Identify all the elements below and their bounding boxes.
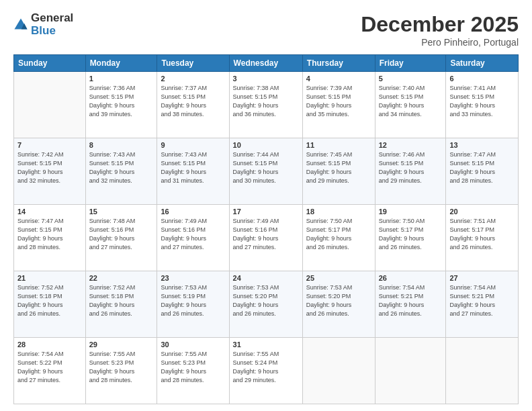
calendar-cell: 11 Sunrise: 7:45 AMSunset: 5:15 PMDaylig… [302, 138, 375, 205]
location-subtitle: Pero Pinheiro, Portugal [361, 37, 519, 48]
day-number: 3 [233, 75, 299, 83]
day-info: Sunrise: 7:41 AMSunset: 5:15 PMDaylight:… [449, 84, 515, 119]
calendar-cell: 6 Sunrise: 7:41 AMSunset: 5:15 PMDayligh… [446, 72, 519, 138]
calendar-body: 1 Sunrise: 7:36 AMSunset: 5:15 PMDayligh… [14, 72, 519, 404]
day-number: 16 [161, 208, 225, 216]
weekday-header-wednesday: Wednesday [229, 55, 302, 72]
day-info: Sunrise: 7:54 AMSunset: 5:21 PMDaylight:… [379, 283, 443, 318]
day-number: 17 [233, 208, 299, 216]
day-number: 31 [233, 340, 299, 349]
day-number: 6 [449, 75, 515, 83]
day-info: Sunrise: 7:39 AMSunset: 5:15 PMDaylight:… [306, 84, 371, 119]
day-info: Sunrise: 7:47 AMSunset: 5:15 PMDaylight:… [17, 217, 82, 252]
calendar-cell: 16 Sunrise: 7:49 AMSunset: 5:16 PMDaylig… [157, 205, 229, 271]
day-info: Sunrise: 7:47 AMSunset: 5:15 PMDaylight:… [449, 150, 515, 185]
day-number: 25 [306, 274, 371, 282]
day-info: Sunrise: 7:55 AMSunset: 5:23 PMDaylight:… [89, 350, 154, 385]
weekday-row: SundayMondayTuesdayWednesdayThursdayFrid… [14, 55, 519, 72]
calendar-cell: 7 Sunrise: 7:42 AMSunset: 5:15 PMDayligh… [14, 138, 86, 205]
calendar-cell: 5 Sunrise: 7:40 AMSunset: 5:15 PMDayligh… [375, 72, 446, 138]
day-number: 21 [17, 274, 82, 282]
calendar-cell: 8 Sunrise: 7:43 AMSunset: 5:15 PMDayligh… [85, 138, 157, 205]
day-info: Sunrise: 7:40 AMSunset: 5:15 PMDaylight:… [379, 84, 443, 119]
day-info: Sunrise: 7:48 AMSunset: 5:16 PMDaylight:… [89, 217, 154, 252]
calendar-cell: 3 Sunrise: 7:38 AMSunset: 5:15 PMDayligh… [229, 72, 302, 138]
day-info: Sunrise: 7:52 AMSunset: 5:18 PMDaylight:… [17, 283, 82, 318]
calendar-cell: 24 Sunrise: 7:53 AMSunset: 5:20 PMDaylig… [229, 271, 302, 338]
calendar-cell: 30 Sunrise: 7:55 AMSunset: 5:23 PMDaylig… [157, 338, 229, 404]
calendar-cell: 2 Sunrise: 7:37 AMSunset: 5:15 PMDayligh… [157, 72, 229, 138]
day-number: 9 [161, 141, 225, 149]
calendar-cell: 20 Sunrise: 7:51 AMSunset: 5:17 PMDaylig… [446, 205, 519, 271]
day-number: 29 [89, 340, 154, 349]
calendar-cell: 9 Sunrise: 7:43 AMSunset: 5:15 PMDayligh… [157, 138, 229, 205]
day-number: 28 [17, 340, 82, 349]
day-number: 7 [17, 141, 82, 149]
calendar-cell: 13 Sunrise: 7:47 AMSunset: 5:15 PMDaylig… [446, 138, 519, 205]
day-number: 19 [379, 208, 443, 216]
calendar-header: SundayMondayTuesdayWednesdayThursdayFrid… [14, 55, 519, 72]
day-info: Sunrise: 7:49 AMSunset: 5:16 PMDaylight:… [161, 217, 225, 252]
calendar-cell: 15 Sunrise: 7:48 AMSunset: 5:16 PMDaylig… [85, 205, 157, 271]
calendar-cell: 22 Sunrise: 7:52 AMSunset: 5:18 PMDaylig… [85, 271, 157, 338]
calendar-cell: 26 Sunrise: 7:54 AMSunset: 5:21 PMDaylig… [375, 271, 446, 338]
calendar-cell: 25 Sunrise: 7:53 AMSunset: 5:20 PMDaylig… [302, 271, 375, 338]
weekday-header-friday: Friday [375, 55, 446, 72]
weekday-header-tuesday: Tuesday [157, 55, 229, 72]
day-info: Sunrise: 7:44 AMSunset: 5:15 PMDaylight:… [233, 150, 299, 185]
calendar-week-1: 1 Sunrise: 7:36 AMSunset: 5:15 PMDayligh… [14, 72, 519, 138]
day-number: 14 [17, 208, 82, 216]
logo-icon [13, 17, 28, 32]
day-number: 5 [379, 75, 443, 83]
day-number: 10 [233, 141, 299, 149]
day-info: Sunrise: 7:42 AMSunset: 5:15 PMDaylight:… [17, 150, 82, 185]
day-info: Sunrise: 7:43 AMSunset: 5:15 PMDaylight:… [89, 150, 154, 185]
day-number: 26 [379, 274, 443, 282]
calendar-cell: 12 Sunrise: 7:46 AMSunset: 5:15 PMDaylig… [375, 138, 446, 205]
day-number: 27 [449, 274, 515, 282]
calendar-cell: 17 Sunrise: 7:49 AMSunset: 5:16 PMDaylig… [229, 205, 302, 271]
weekday-header-thursday: Thursday [302, 55, 375, 72]
calendar-cell [446, 338, 519, 404]
day-info: Sunrise: 7:54 AMSunset: 5:21 PMDaylight:… [449, 283, 515, 318]
day-info: Sunrise: 7:37 AMSunset: 5:15 PMDaylight:… [161, 84, 225, 119]
weekday-header-saturday: Saturday [446, 55, 519, 72]
logo-blue: Blue [31, 25, 73, 38]
calendar-cell: 4 Sunrise: 7:39 AMSunset: 5:15 PMDayligh… [302, 72, 375, 138]
calendar-week-4: 21 Sunrise: 7:52 AMSunset: 5:18 PMDaylig… [14, 271, 519, 338]
calendar-cell: 28 Sunrise: 7:54 AMSunset: 5:22 PMDaylig… [14, 338, 86, 404]
day-number: 12 [379, 141, 443, 149]
calendar-cell [375, 338, 446, 404]
header: General Blue December 2025 Pero Pinheiro… [13, 12, 519, 48]
day-info: Sunrise: 7:53 AMSunset: 5:20 PMDaylight:… [306, 283, 371, 318]
title-block: December 2025 Pero Pinheiro, Portugal [361, 12, 519, 48]
day-info: Sunrise: 7:46 AMSunset: 5:15 PMDaylight:… [379, 150, 443, 185]
calendar-cell: 18 Sunrise: 7:50 AMSunset: 5:17 PMDaylig… [302, 205, 375, 271]
weekday-header-monday: Monday [85, 55, 157, 72]
calendar-cell: 1 Sunrise: 7:36 AMSunset: 5:15 PMDayligh… [85, 72, 157, 138]
calendar-week-5: 28 Sunrise: 7:54 AMSunset: 5:22 PMDaylig… [14, 338, 519, 404]
day-number: 1 [89, 75, 154, 83]
day-number: 15 [89, 208, 154, 216]
weekday-header-sunday: Sunday [14, 55, 86, 72]
day-info: Sunrise: 7:38 AMSunset: 5:15 PMDaylight:… [233, 84, 299, 119]
day-number: 8 [89, 141, 154, 149]
day-info: Sunrise: 7:54 AMSunset: 5:22 PMDaylight:… [17, 350, 82, 385]
day-info: Sunrise: 7:49 AMSunset: 5:16 PMDaylight:… [233, 217, 299, 252]
calendar-cell [14, 72, 86, 138]
logo: General Blue [13, 12, 73, 37]
page: General Blue December 2025 Pero Pinheiro… [0, 0, 532, 411]
logo-general: General [31, 12, 73, 25]
day-number: 18 [306, 208, 371, 216]
calendar-cell: 27 Sunrise: 7:54 AMSunset: 5:21 PMDaylig… [446, 271, 519, 338]
calendar-cell: 21 Sunrise: 7:52 AMSunset: 5:18 PMDaylig… [14, 271, 86, 338]
logo-text: General Blue [31, 12, 73, 37]
day-number: 4 [306, 75, 371, 83]
calendar-table: SundayMondayTuesdayWednesdayThursdayFrid… [13, 54, 519, 404]
day-number: 24 [233, 274, 299, 282]
day-info: Sunrise: 7:45 AMSunset: 5:15 PMDaylight:… [306, 150, 371, 185]
day-number: 20 [449, 208, 515, 216]
calendar-cell: 10 Sunrise: 7:44 AMSunset: 5:15 PMDaylig… [229, 138, 302, 205]
month-title: December 2025 [361, 12, 519, 37]
day-info: Sunrise: 7:53 AMSunset: 5:19 PMDaylight:… [161, 283, 225, 318]
